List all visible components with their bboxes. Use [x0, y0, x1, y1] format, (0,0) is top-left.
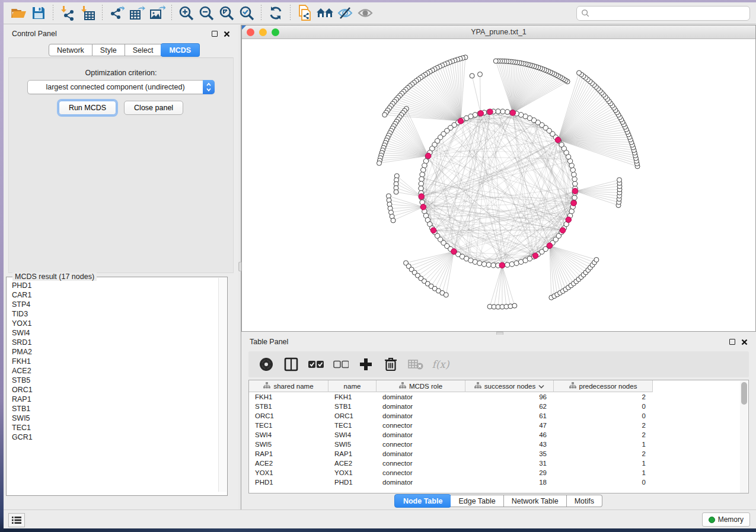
table-cell[interactable]: FKH1: [328, 392, 377, 402]
table-cell[interactable]: dominator: [377, 477, 465, 487]
column-header-name[interactable]: name: [328, 380, 377, 392]
table-cell[interactable]: RAP1: [328, 449, 377, 459]
task-history-button[interactable]: [8, 513, 25, 527]
table-row[interactable]: ORC1ORC1dominator610: [249, 411, 748, 421]
table-scrollbar[interactable]: [740, 381, 748, 493]
mcds-result-item[interactable]: RAP1: [12, 395, 216, 404]
table-cell[interactable]: dominator: [377, 430, 465, 440]
mcds-result-item[interactable]: STB1: [12, 404, 216, 414]
tab-mcds[interactable]: MCDS: [161, 43, 200, 57]
float-panel-icon[interactable]: [212, 31, 218, 37]
table-cell[interactable]: 96: [465, 392, 554, 402]
tab-network[interactable]: Network: [49, 44, 92, 56]
table-cell[interactable]: YOX1: [249, 468, 328, 477]
mcds-result-item[interactable]: YOX1: [12, 319, 216, 328]
deselect-all-button[interactable]: [333, 356, 349, 373]
table-cell[interactable]: 47: [465, 421, 554, 430]
mcds-result-item[interactable]: PMA2: [12, 347, 216, 357]
column-header-shared-name[interactable]: shared name: [249, 380, 328, 392]
table-cell[interactable]: SWI4: [328, 430, 377, 440]
delete-column-button[interactable]: [382, 356, 399, 373]
table-cell[interactable]: TEC1: [328, 421, 377, 430]
table-cell[interactable]: STB1: [249, 402, 328, 411]
tab-select[interactable]: Select: [125, 44, 162, 56]
table-cell[interactable]: dominator: [377, 449, 465, 459]
table-row[interactable]: FKH1FKH1dominator962: [249, 392, 748, 402]
table-cell[interactable]: ACE2: [249, 459, 328, 468]
table-cell[interactable]: STB1: [328, 402, 377, 411]
first-neighbors-button[interactable]: [315, 4, 335, 22]
table-cell[interactable]: 0: [554, 411, 653, 421]
table-cell[interactable]: 35: [465, 449, 554, 459]
table-cell[interactable]: TEC1: [249, 421, 328, 430]
export-network-button[interactable]: [107, 4, 127, 22]
mcds-result-item[interactable]: STP4: [12, 300, 216, 309]
table-cell[interactable]: 46: [465, 430, 554, 440]
table-cell[interactable]: SWI5: [249, 440, 328, 449]
tab-node-table[interactable]: Node Table: [394, 494, 451, 508]
table-cell[interactable]: 1: [554, 459, 653, 468]
table-row[interactable]: RAP1RAP1dominator352: [249, 449, 748, 459]
column-header-predecessor-nodes[interactable]: predecessor nodes: [554, 380, 653, 392]
refresh-view-button[interactable]: [266, 4, 286, 22]
table-cell[interactable]: 2: [554, 430, 653, 440]
zoom-selected-button[interactable]: [237, 4, 257, 22]
table-cell[interactable]: 18: [465, 477, 554, 487]
table-cell[interactable]: 29: [465, 468, 554, 477]
search-box[interactable]: [576, 6, 750, 21]
table-cell[interactable]: ACE2: [328, 459, 377, 468]
table-row[interactable]: YOX1YOX1connector291: [249, 468, 748, 477]
memory-button[interactable]: Memory: [702, 512, 750, 527]
tab-motifs[interactable]: Motifs: [567, 495, 602, 507]
zoom-fit-button[interactable]: [216, 4, 237, 22]
network-view[interactable]: [242, 39, 755, 331]
table-cell[interactable]: SWI5: [328, 440, 377, 449]
table-cell[interactable]: 2: [554, 449, 653, 459]
mcds-result-item[interactable]: FKH1: [12, 357, 216, 366]
network-window-titlebar[interactable]: YPA_prune.txt_1: [242, 25, 755, 39]
mcds-result-item[interactable]: ORC1: [12, 385, 216, 395]
table-cell[interactable]: dominator: [377, 402, 465, 411]
table-cell[interactable]: 61: [465, 411, 554, 421]
table-cell[interactable]: RAP1: [249, 449, 328, 459]
open-file-button[interactable]: [8, 4, 28, 22]
mcds-result-item[interactable]: STB5: [12, 376, 216, 385]
window-resize-corner[interactable]: [242, 25, 246, 30]
mcds-result-item[interactable]: SWI4: [12, 328, 216, 338]
save-session-button[interactable]: [28, 4, 49, 22]
table-scrollbar-thumb[interactable]: [741, 382, 747, 405]
column-header-MCDS-role[interactable]: MCDS role: [377, 380, 465, 392]
criterion-select[interactable]: largest connected component (undirected): [27, 80, 215, 94]
table-row[interactable]: SWI5SWI5connector431: [249, 440, 748, 449]
table-row[interactable]: PHD1PHD1dominator180: [249, 477, 748, 487]
table-row[interactable]: ACE2ACE2connector311: [249, 459, 748, 468]
mcds-result-item[interactable]: SWI5: [12, 414, 216, 423]
table-row[interactable]: TEC1TEC1connector472: [249, 421, 748, 430]
import-network-button[interactable]: [58, 4, 78, 22]
table-cell[interactable]: 1: [554, 468, 653, 477]
table-cell[interactable]: dominator: [377, 392, 465, 402]
mcds-result-item[interactable]: PHD1: [12, 281, 216, 290]
zoom-in-button[interactable]: [176, 4, 196, 22]
export-table-button[interactable]: [127, 4, 147, 22]
table-cell[interactable]: 62: [465, 402, 554, 411]
new-network-from-selection-button[interactable]: [295, 4, 315, 22]
mcds-result-item[interactable]: CAR1: [12, 290, 216, 300]
table-cell[interactable]: ORC1: [328, 411, 377, 421]
table-cell[interactable]: YOX1: [328, 468, 377, 477]
close-panel-icon[interactable]: [224, 31, 230, 37]
import-table-button[interactable]: [78, 4, 98, 22]
table-cell[interactable]: connector: [377, 421, 465, 430]
table-cell[interactable]: connector: [377, 440, 465, 449]
table-cell[interactable]: 2: [554, 421, 653, 430]
add-column-button[interactable]: [358, 356, 374, 373]
table-header-row[interactable]: shared namenameMCDS rolesuccessor nodesp…: [249, 380, 653, 392]
table-cell[interactable]: 0: [554, 477, 653, 487]
table-cell[interactable]: 43: [465, 440, 554, 449]
table-cell[interactable]: PHD1: [328, 477, 377, 487]
mcds-result-item[interactable]: ACE2: [12, 366, 216, 376]
mcds-result-item[interactable]: GCR1: [12, 432, 216, 442]
table-cell[interactable]: ORC1: [249, 411, 328, 421]
show-all-button[interactable]: [355, 4, 375, 22]
tab-style[interactable]: Style: [92, 44, 125, 56]
